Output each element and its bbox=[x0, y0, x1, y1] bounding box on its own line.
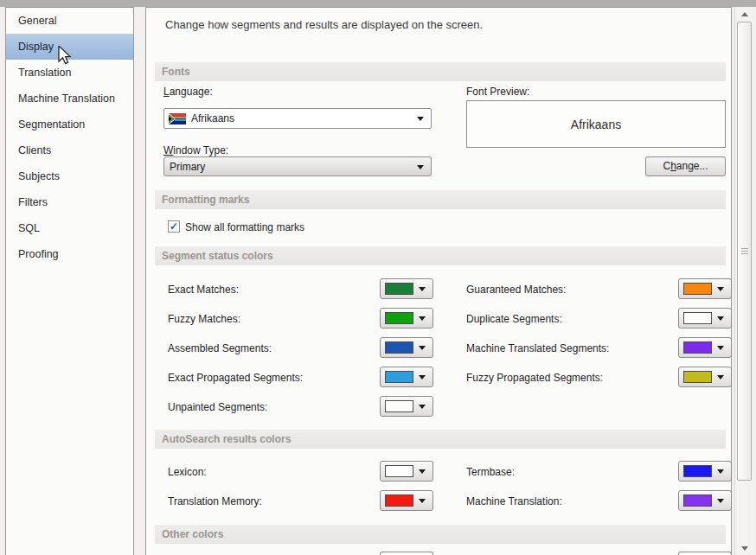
translation-memory-label: Translation Memory: bbox=[168, 495, 262, 507]
mouse-cursor bbox=[58, 46, 74, 67]
vertical-scrollbar[interactable] bbox=[734, 7, 753, 555]
color-swatch bbox=[683, 312, 712, 324]
color-swatch bbox=[683, 283, 712, 295]
chevron-down-icon bbox=[419, 316, 426, 321]
scroll-down-button[interactable] bbox=[735, 541, 754, 555]
font-preview-label: Font Preview: bbox=[466, 86, 529, 98]
section-header-autosearch-results-colors: AutoSearch results colors bbox=[155, 430, 726, 449]
chevron-down-icon bbox=[417, 117, 424, 121]
color-swatch bbox=[385, 312, 413, 324]
triangle-up-icon bbox=[741, 12, 748, 16]
chevron-down-icon bbox=[419, 346, 426, 350]
show-formatting-marks-label: Show all formatting marks bbox=[185, 221, 304, 233]
window-type-value: Primary bbox=[170, 161, 205, 173]
color-swatch bbox=[385, 283, 413, 295]
section-header-other-colors: Other colors bbox=[155, 525, 726, 544]
window-type-label: Window Type: bbox=[163, 144, 228, 156]
exact-matches-label: Exact Matches: bbox=[168, 284, 239, 296]
chevron-down-icon bbox=[419, 469, 426, 474]
exact-propagated-segments-label: Exact Propagated Segments: bbox=[168, 372, 303, 384]
color-swatch bbox=[683, 465, 712, 477]
machine-translated-segments-label: Machine Translated Segments: bbox=[466, 342, 609, 354]
lexicon-label: Lexicon: bbox=[168, 466, 207, 478]
unpainted-segments-label: Unpainted Segments: bbox=[168, 401, 267, 413]
chevron-down-icon bbox=[419, 405, 426, 409]
chevron-down-icon bbox=[419, 287, 426, 291]
color-swatch bbox=[385, 341, 413, 354]
chevron-down-icon bbox=[419, 499, 426, 503]
triangle-down-icon bbox=[741, 546, 748, 551]
assembled-segments-color-dropdown[interactable] bbox=[380, 337, 433, 358]
color-swatch bbox=[683, 371, 712, 383]
fuzzy-propagated-segments-color-dropdown[interactable] bbox=[678, 367, 732, 387]
chevron-down-icon bbox=[419, 375, 426, 380]
guaranteed-matches-label: Guaranteed Matches: bbox=[466, 284, 566, 296]
fuzzy-matches-label: Fuzzy Matches: bbox=[168, 313, 240, 325]
pane-description: Change how segments and results are disp… bbox=[165, 18, 483, 31]
language-label: Language: bbox=[163, 86, 213, 98]
window-type-dropdown[interactable]: Primary bbox=[163, 156, 432, 176]
sidebar-item-machine-translation[interactable]: Machine Translation bbox=[6, 86, 133, 112]
chevron-down-icon bbox=[717, 346, 724, 350]
chevron-down-icon bbox=[717, 287, 724, 291]
duplicate-segments-label: Duplicate Segments: bbox=[466, 313, 562, 325]
color-swatch bbox=[385, 371, 413, 383]
section-header-formatting-marks: Formatting marks bbox=[155, 190, 726, 209]
color-swatch bbox=[385, 400, 413, 412]
scrollbar-thumb[interactable] bbox=[737, 22, 752, 481]
machine-translated-segments-color-dropdown[interactable] bbox=[678, 337, 732, 358]
color-swatch bbox=[385, 465, 413, 477]
scrollbar-grip-icon bbox=[741, 248, 748, 256]
language-value: Afrikaans bbox=[191, 112, 234, 124]
sidebar-item-filters[interactable]: Filters bbox=[6, 189, 133, 215]
assembled-segments-label: Assembled Segments: bbox=[168, 342, 272, 354]
fuzzy-matches-color-dropdown[interactable] bbox=[380, 308, 433, 329]
exact-matches-color-dropdown[interactable] bbox=[380, 278, 433, 299]
chevron-down-icon bbox=[717, 469, 724, 474]
section-header-fonts: Fonts bbox=[155, 62, 726, 81]
display-settings-pane: Change how segments and results are disp… bbox=[145, 7, 732, 555]
color-swatch bbox=[683, 341, 712, 354]
settings-category-list: General Display Translation Machine Tran… bbox=[5, 7, 134, 555]
exact-propagated-segments-color-dropdown[interactable] bbox=[380, 367, 433, 387]
sidebar-item-segmentation[interactable]: Segmentation bbox=[6, 112, 133, 137]
translation-memory-color-dropdown[interactable] bbox=[380, 490, 433, 511]
sidebar-item-general[interactable]: General bbox=[6, 8, 133, 34]
sidebar-item-sql[interactable]: SQL bbox=[6, 215, 133, 241]
unpainted-segments-color-dropdown[interactable] bbox=[380, 396, 433, 417]
font-preview-box: Afrikaans bbox=[466, 100, 726, 148]
south-africa-flag-icon bbox=[169, 113, 186, 124]
machine-translation-color-dropdown[interactable] bbox=[678, 490, 732, 511]
lexicon-color-dropdown[interactable] bbox=[380, 461, 433, 482]
font-preview-text: Afrikaans bbox=[571, 118, 621, 131]
fuzzy-propagated-segments-label: Fuzzy Propagated Segments: bbox=[466, 372, 603, 384]
sidebar-item-clients[interactable]: Clients bbox=[6, 137, 133, 163]
show-formatting-marks-checkbox[interactable]: ✓ bbox=[168, 220, 180, 233]
chevron-down-icon bbox=[417, 165, 424, 169]
other-colors-partial-dropdown[interactable] bbox=[678, 552, 732, 555]
checkmark-icon: ✓ bbox=[170, 220, 178, 233]
section-header-segment-status-colors: Segment status colors bbox=[155, 246, 726, 265]
machine-translation-color-label: Machine Translation: bbox=[466, 495, 562, 507]
duplicate-segments-color-dropdown[interactable] bbox=[678, 308, 732, 329]
chevron-down-icon bbox=[717, 316, 724, 321]
color-swatch bbox=[385, 494, 413, 507]
termbase-label: Termbase: bbox=[466, 466, 515, 478]
sidebar-item-proofing[interactable]: Proofing bbox=[6, 241, 133, 267]
language-dropdown[interactable]: Afrikaans bbox=[163, 108, 432, 129]
chevron-down-icon bbox=[717, 499, 724, 503]
guaranteed-matches-color-dropdown[interactable] bbox=[678, 278, 732, 299]
other-colors-partial-dropdown[interactable] bbox=[380, 552, 433, 555]
scroll-up-button[interactable] bbox=[735, 7, 754, 21]
change-font-button[interactable]: Change... bbox=[645, 156, 726, 176]
sidebar-item-subjects[interactable]: Subjects bbox=[6, 163, 133, 189]
termbase-color-dropdown[interactable] bbox=[678, 461, 732, 482]
window-top-strip bbox=[0, 0, 756, 7]
color-swatch bbox=[683, 494, 712, 507]
chevron-down-icon bbox=[717, 375, 724, 380]
